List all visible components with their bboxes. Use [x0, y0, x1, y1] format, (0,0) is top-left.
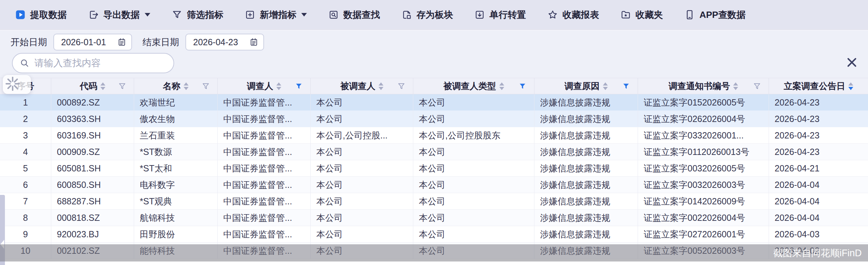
column-header-label: 调查原因	[565, 80, 600, 92]
toolbar-button-add-indicators[interactable]: 新增指标	[244, 9, 307, 21]
cell-reason: 涉嫌信息披露违规	[534, 210, 638, 226]
burst-icon	[6, 77, 20, 92]
start-date-input[interactable]: 2026-01-01	[53, 34, 132, 50]
close-search-button[interactable]	[844, 55, 860, 71]
cell-investigator: 中国证券监督管...	[218, 177, 311, 193]
sort-icon[interactable]	[499, 82, 504, 90]
table-row[interactable]: 3603169.SH兰石重装中国证券监督管...本公司,公司控股...本公司,公…	[0, 127, 868, 144]
search-input[interactable]	[34, 57, 168, 69]
filter-icon[interactable]	[397, 82, 405, 90]
column-header-notice-no[interactable]: 调查通知书编号	[638, 78, 769, 94]
calendar-icon[interactable]	[117, 38, 126, 47]
cell-no: 6	[0, 177, 51, 193]
sort-down-arrow	[603, 87, 608, 90]
sort-icon[interactable]	[848, 82, 853, 90]
calendar-icon[interactable]	[249, 38, 258, 47]
toolbar-button-filter-indicators[interactable]: 筛选指标	[171, 9, 223, 21]
chevron-down-icon	[301, 13, 307, 16]
sort-icon[interactable]	[100, 82, 105, 90]
sort-icon[interactable]	[733, 82, 738, 90]
sort-icon[interactable]	[276, 82, 281, 90]
column-header-investigator[interactable]: 调查人	[218, 78, 311, 94]
column-header-investigated[interactable]: 被调查人	[311, 78, 413, 94]
toolbar-button-favorites-folder[interactable]: 收藏夹	[620, 9, 663, 21]
cell-investigated: 本公司	[311, 94, 413, 110]
table-row[interactable]: 1000892.SZ欢瑞世纪中国证券监督管...本公司本公司涉嫌信息披露违规证监…	[0, 94, 868, 111]
sort-icon[interactable]	[184, 82, 189, 90]
cell-notice-no: 证监立案字0142026009号	[638, 193, 769, 209]
column-header-label: 立案调查公告日	[784, 80, 845, 92]
toolbar-button-extract-data[interactable]: 提取数据	[15, 9, 67, 21]
cell-investigated: 本公司	[311, 111, 413, 127]
cell-announce-date: 2026-04-23	[769, 144, 868, 160]
cell-investigator: 中国证券监督管...	[218, 226, 311, 242]
toolbar-button-app-data[interactable]: APP查数据	[684, 9, 745, 21]
cell-no: 8	[0, 210, 51, 226]
toolbar-button-label: 数据查找	[343, 9, 380, 21]
toolbar-button-data-search[interactable]: 数据查找	[328, 9, 380, 21]
folder-star-icon	[620, 9, 631, 20]
cell-investigated-type: 本公司	[413, 144, 534, 160]
sort-icon[interactable]	[603, 82, 608, 90]
filter-icon[interactable]	[118, 82, 126, 90]
cell-name: *ST观典	[134, 193, 218, 209]
table-row[interactable]: 4000909.SZ*ST数源中国证券监督管...本公司本公司涉嫌信息披露违规证…	[0, 144, 868, 160]
table-header: 序号代码名称调查人被调查人被调查人类型调查原因调查通知书编号立案调查公告日	[0, 78, 868, 94]
cell-notice-no: 证监立案字0332026001...	[638, 127, 769, 143]
cell-investigator: 中国证券监督管...	[218, 127, 311, 143]
column-header-label: 调查通知书编号	[669, 80, 730, 92]
cell-no: 1	[0, 94, 51, 110]
column-header-investigated-type[interactable]: 被调查人类型	[413, 78, 534, 94]
cell-code: 605081.SH	[51, 160, 134, 176]
table-row[interactable]: 7688287.SH*ST观典中国证券监督管...本公司本公司涉嫌信息披露违规证…	[0, 193, 868, 210]
sort-up-arrow	[379, 82, 383, 86]
end-date-value: 2026-04-23	[193, 37, 249, 47]
table-row[interactable]: 9920023.BJ田野股份中国证券监督管...本公司本公司涉嫌信息披露违规证监…	[0, 226, 868, 243]
cell-no: 4	[0, 144, 51, 160]
cell-code: 920023.BJ	[51, 226, 134, 242]
table-row[interactable]: 6600850.SH电科数字中国证券监督管...本公司本公司涉嫌信息披露违规证监…	[0, 177, 868, 193]
table-search-box[interactable]	[12, 53, 174, 73]
sort-up-arrow	[733, 82, 738, 86]
sort-up-arrow	[603, 82, 608, 86]
toolbar-button-single-row-transpose[interactable]: 单行转置	[474, 9, 526, 21]
cell-reason: 涉嫌信息披露违规	[534, 94, 638, 110]
floating-refresh-badge[interactable]	[3, 75, 31, 94]
column-header-announce-date[interactable]: 立案调查公告日	[769, 78, 868, 94]
cell-announce-date: 2026-04-03	[769, 226, 868, 242]
cell-investigated-type: 本公司,公司控股股东	[413, 127, 534, 143]
sort-icon[interactable]	[379, 82, 383, 90]
filter-icon[interactable]	[519, 82, 526, 90]
table-row[interactable]: 8000818.SZ航锦科技中国证券监督管...本公司本公司涉嫌信息披露违规证监…	[0, 210, 868, 226]
cell-notice-no: 证监立案字0032026003号	[638, 177, 769, 193]
end-date-input[interactable]: 2026-04-23	[185, 34, 264, 50]
column-header-reason[interactable]: 调查原因	[534, 78, 638, 94]
filter-icon[interactable]	[202, 82, 210, 90]
cell-code: 000892.SZ	[51, 94, 134, 110]
cell-investigated: 本公司	[311, 160, 413, 176]
column-header-code[interactable]: 代码	[51, 78, 134, 94]
cell-investigator: 中国证券监督管...	[218, 210, 311, 226]
cell-investigator: 中国证券监督管...	[218, 160, 311, 176]
play-icon	[15, 9, 26, 20]
table-row[interactable]: 5605081.SH*ST太和中国证券监督管...本公司本公司涉嫌信息披露违规证…	[0, 160, 868, 177]
cell-investigated: 本公司	[311, 144, 413, 160]
toolbar: 提取数据导出数据筛选指标新增指标数据查找存为板块单行转置收藏报表收藏夹APP查数…	[0, 0, 868, 30]
filter-icon[interactable]	[295, 82, 303, 90]
column-header-name[interactable]: 名称	[134, 78, 218, 94]
cell-reason: 涉嫌信息披露违规	[534, 226, 638, 242]
cell-reason: 涉嫌信息披露违规	[534, 193, 638, 209]
cell-code: 603169.SH	[51, 127, 134, 143]
table-row[interactable]: 2603363.SH傲农生物中国证券监督管...本公司本公司涉嫌信息披露违规证监…	[0, 111, 868, 127]
funnel-big-icon	[171, 9, 183, 20]
cell-investigated: 本公司	[311, 177, 413, 193]
toolbar-button-favorite-report[interactable]: 收藏报表	[547, 9, 599, 21]
sort-down-arrow	[733, 87, 738, 90]
cell-investigated: 本公司,公司控股...	[311, 127, 413, 143]
toolbar-button-save-as-board[interactable]: 存为板块	[401, 9, 453, 21]
watermark-text: 截图来自同花顺iFinD	[773, 247, 862, 259]
filter-icon[interactable]	[753, 82, 761, 90]
filter-icon[interactable]	[622, 82, 630, 90]
toolbar-button-export-data[interactable]: 导出数据	[88, 9, 150, 21]
investigation-table: 序号代码名称调查人被调查人被调查人类型调查原因调查通知书编号立案调查公告日 10…	[0, 78, 868, 265]
